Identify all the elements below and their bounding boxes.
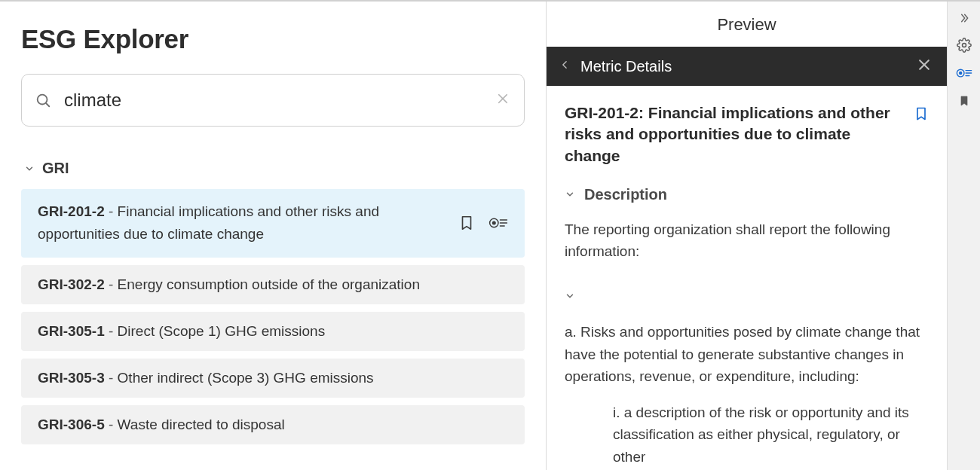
section-description-label: Description	[584, 183, 667, 206]
result-item[interactable]: GRI-302-2 - Energy consumption outside o…	[21, 265, 525, 304]
page-title: ESG Explorer	[21, 24, 525, 54]
description-intro: The reporting organization shall report …	[565, 218, 929, 263]
preview-icon[interactable]	[488, 215, 508, 230]
expand-rail-button[interactable]	[957, 12, 972, 24]
chevron-down-icon	[565, 183, 575, 206]
bookmark-metric-button[interactable]	[914, 105, 929, 128]
result-text: GRI-306-5 - Waste directed to disposal	[38, 417, 292, 433]
svg-point-5	[493, 222, 496, 225]
search-input[interactable]	[21, 74, 525, 127]
result-text: GRI-302-2 - Energy consumption outside o…	[38, 276, 427, 293]
close-button[interactable]	[917, 57, 932, 75]
group-header-gri[interactable]: GRI	[21, 160, 525, 177]
settings-button[interactable]	[957, 38, 972, 53]
metric-title: GRI-201-2: Financial implications and ot…	[565, 102, 902, 166]
search-icon	[35, 92, 51, 108]
right-rail	[947, 2, 980, 470]
description-subtoggle[interactable]	[565, 285, 575, 307]
chevron-down-icon	[24, 163, 35, 174]
clear-search-button[interactable]	[496, 92, 510, 108]
result-item[interactable]: GRI-305-1 - Direct (Scope 1) GHG emissio…	[21, 312, 525, 351]
back-button[interactable]	[560, 58, 570, 75]
result-item[interactable]: GRI-306-5 - Waste directed to disposal	[21, 405, 525, 444]
result-text: GRI-305-3 - Other indirect (Scope 3) GHG…	[38, 370, 381, 386]
result-list: GRI-201-2 - Financial implications and o…	[21, 189, 525, 444]
result-text: GRI-201-2 - Financial implications and o…	[38, 200, 458, 246]
group-label: GRI	[42, 160, 69, 177]
svg-line-1	[46, 103, 49, 106]
preview-header: Metric Details	[547, 47, 947, 86]
preview-header-title: Metric Details	[580, 58, 672, 75]
section-description-header[interactable]: Description	[565, 183, 929, 206]
search-container	[21, 74, 525, 127]
description-item-a-i: i. a description of the risk or opportun…	[565, 401, 929, 468]
svg-point-13	[959, 72, 961, 74]
bookmark-icon[interactable]	[458, 215, 475, 231]
svg-point-0	[38, 95, 47, 105]
result-item[interactable]: GRI-201-2 - Financial implications and o…	[21, 189, 525, 258]
result-text: GRI-305-1 - Direct (Scope 1) GHG emissio…	[38, 323, 332, 340]
preview-pane-title: Preview	[547, 2, 947, 47]
description-item-a: a. Risks and opportunities posed by clim…	[565, 321, 929, 387]
bookmarks-rail-button[interactable]	[958, 93, 970, 108]
preview-rail-button[interactable]	[956, 66, 972, 80]
svg-point-11	[962, 44, 966, 47]
result-item[interactable]: GRI-305-3 - Other indirect (Scope 3) GHG…	[21, 359, 525, 398]
